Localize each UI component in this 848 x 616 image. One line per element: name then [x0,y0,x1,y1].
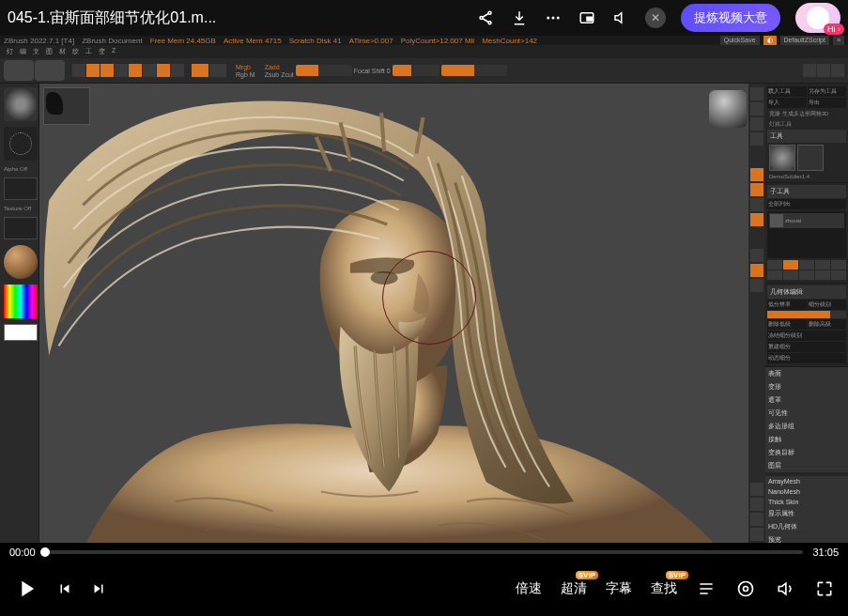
pip-icon[interactable] [578,8,596,27]
gizmo-btn[interactable] [192,64,208,77]
section[interactable]: 可见性 [765,407,848,420]
section[interactable]: 多边形组 [765,420,848,433]
section[interactable]: 变换目标 [765,446,848,459]
zbrush-canvas[interactable] [39,84,748,543]
shelf-btn[interactable] [750,528,763,541]
shelf-btn[interactable] [750,87,763,100]
list-all[interactable]: 全部列出 [767,199,846,209]
panel-text[interactable]: 删除低级 [767,319,807,330]
subtitle-button[interactable]: 字幕 [606,580,632,597]
color-swatch[interactable] [4,324,38,341]
shelf-btn[interactable] [750,117,763,131]
playlist-icon[interactable] [696,578,717,599]
panel-clone[interactable]: 克隆 生成多边形网格3D [767,109,846,119]
stroke-preview[interactable] [4,127,38,161]
section[interactable]: 接触 [765,433,848,446]
menu-item[interactable]: 纹 [69,45,82,58]
shelf-btn[interactable] [750,513,763,526]
panel-export[interactable]: 导出 [808,98,847,108]
section[interactable]: ArrayMesh [765,476,848,486]
shelf-btn[interactable] [750,168,763,181]
menu-item[interactable]: 工 [83,45,95,58]
menu-item[interactable]: 编 [17,45,29,58]
seek-track[interactable] [45,550,804,554]
panel-import[interactable]: 导入 [767,98,807,108]
menu-item[interactable]: 材 [56,45,69,58]
focal-slider[interactable] [296,65,352,76]
subtool-btn[interactable] [799,260,814,270]
section[interactable]: 遮罩 [765,393,848,407]
zb-quicksave[interactable]: QuickSave [720,36,760,45]
panel-text[interactable]: 动态细分 [767,353,846,363]
alpha-preview[interactable] [4,177,38,200]
mrgb-label[interactable]: Mrgb [236,64,251,70]
speaker-icon[interactable] [611,8,630,27]
panel-text[interactable]: 删除高级 [808,319,847,330]
search-button[interactable]: 查找 SVIP [651,580,677,597]
zadd-label[interactable]: Zadd [265,64,280,70]
download-icon[interactable] [510,8,529,27]
shelf-btn[interactable] [750,132,763,146]
extract-summary-button[interactable]: 提炼视频大意 [681,4,780,32]
zb-menu-toggle[interactable]: ≡ [833,36,844,45]
tool-btn[interactable] [115,64,128,77]
subtool-btn[interactable] [783,270,798,280]
section[interactable]: 预览 [765,533,848,543]
section[interactable]: NanoMesh [765,486,848,497]
sdiv-slider[interactable] [767,311,846,318]
tool-btn[interactable] [143,64,156,77]
subtool-btn[interactable] [767,260,782,270]
canvas-thumbnail[interactable] [43,87,90,125]
panel-lightbox[interactable]: 灯箱工具 [767,119,846,130]
panel-text[interactable]: 低分辨率 [767,300,807,310]
next-button[interactable] [90,580,107,597]
tool-project[interactable] [4,60,34,81]
tool-btn[interactable] [171,64,184,77]
tool-btn[interactable] [803,64,816,77]
panel-load[interactable]: 载入工具 [767,86,807,97]
subtool-btn[interactable] [815,260,830,270]
zsub-label[interactable]: Zsub Zcut [265,71,294,78]
tool-btn[interactable] [129,64,142,77]
material-preview[interactable] [4,245,38,279]
menu-item[interactable]: 变 [96,45,108,58]
share-icon[interactable] [476,8,495,27]
section[interactable]: 图层 [765,459,848,472]
quality-button[interactable]: 超清 SVIP [561,580,587,597]
section[interactable]: HD几何体 [765,520,848,533]
tool-btn[interactable] [831,64,844,77]
section[interactable]: Thick Skin [765,497,848,507]
brush-preview[interactable] [4,87,38,121]
shelf-btn[interactable] [750,198,763,211]
prev-button[interactable] [56,580,73,597]
tool-btn[interactable] [86,64,100,77]
tool-btn[interactable] [72,64,85,77]
more-icon[interactable] [544,8,563,27]
close-icon[interactable]: ✕ [645,8,666,28]
menu-item[interactable]: 图 [43,45,55,58]
panel-save[interactable]: 另存为工具 [808,86,847,97]
subtool-btn[interactable] [767,270,782,280]
shelf-btn[interactable] [750,498,763,511]
seek-thumb[interactable] [40,547,50,557]
tool-btn[interactable] [157,64,170,77]
subtool-btn[interactable] [815,270,830,280]
drawsize-slider[interactable] [441,65,507,76]
color-picker[interactable] [4,285,38,318]
zint-slider[interactable] [393,65,439,76]
shelf-btn[interactable] [750,249,763,262]
shelf-btn[interactable] [750,102,763,116]
tool-thumb[interactable] [769,145,795,171]
subtool-btn[interactable] [783,260,798,270]
shelf-btn[interactable] [750,213,763,226]
section[interactable]: 显示属性 [765,507,848,520]
shelf-btn[interactable] [750,183,763,196]
speed-button[interactable]: 倍速 [516,580,542,597]
subtool-btn[interactable] [831,270,846,280]
panel-text[interactable]: 细分级别 [808,300,847,310]
subtool-btn[interactable] [799,270,814,280]
panel-text[interactable]: 冻结细分级别 [767,331,846,341]
section[interactable]: 表面 [765,367,848,380]
zb-sliders[interactable]: ◐ [763,36,777,45]
panel-text[interactable]: 重建细分 [767,342,846,352]
